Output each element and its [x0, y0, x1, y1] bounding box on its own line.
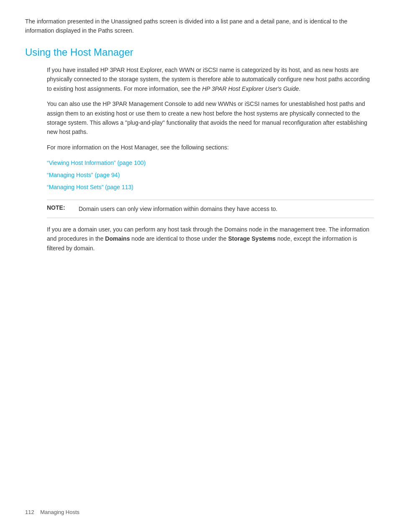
note-box: NOTE: Domain users can only view informa… — [47, 200, 374, 218]
link-viewing-host-info[interactable]: “Viewing Host Information” (page 100) — [47, 158, 374, 168]
links-section: “Viewing Host Information” (page 100) “M… — [47, 158, 374, 193]
intro-text: The information presented in the Unassig… — [25, 18, 348, 34]
paragraph-3: For more information on the Host Manager… — [47, 143, 374, 152]
footer: 112 Managing Hosts — [25, 509, 79, 515]
link-managing-hosts[interactable]: “Managing Hosts” (page 94) — [47, 170, 374, 180]
paragraph-1: If you have installed HP 3PAR Host Explo… — [47, 65, 374, 93]
paragraph-4-text2: node are identical to those under the — [130, 235, 228, 242]
paragraph-4-bold2: Storage Systems — [228, 235, 276, 242]
paragraph-4: If you are a domain user, you can perfor… — [47, 225, 374, 253]
intro-paragraph: The information presented in the Unassig… — [25, 17, 374, 36]
paragraph-1-italic: HP 3PAR Host Explorer User's Guide — [202, 85, 299, 92]
link-managing-host-sets[interactable]: “Managing Host Sets” (page 113) — [47, 182, 374, 193]
footer-section: Managing Hosts — [40, 509, 79, 515]
section-heading: Using the Host Manager — [25, 46, 374, 59]
note-label: NOTE: — [47, 204, 72, 211]
paragraph-1-text2: . — [299, 85, 301, 92]
note-text: Domain users can only view information w… — [79, 204, 277, 213]
footer-page-number: 112 — [25, 509, 34, 515]
paragraph-2: You can also use the HP 3PAR Management … — [47, 99, 374, 137]
paragraph-4-bold1: Domains — [105, 235, 130, 242]
